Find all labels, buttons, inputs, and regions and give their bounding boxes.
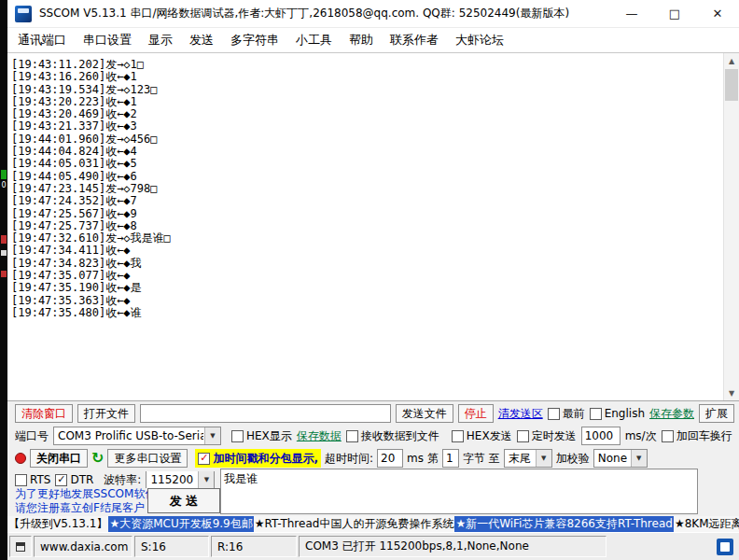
save-params-button[interactable]: 保存参数: [649, 406, 694, 422]
scroll-down-icon[interactable]: ▼: [724, 385, 739, 400]
ad-bar: 【升级到V5.13.1】★大资源MCU开发板9.9包邮 ★RT-Thread中国…: [7, 516, 739, 532]
menu-item[interactable]: 小工具: [287, 32, 341, 49]
crlf-checkbox[interactable]: 加回车换行: [662, 428, 732, 444]
log-line: [19:43:20.223]收←◆1: [11, 96, 720, 108]
rts-checkbox[interactable]: RTS: [15, 473, 50, 486]
minimize-button[interactable]: —: [610, 0, 653, 27]
hex-display-checkbox[interactable]: HEX显示: [231, 428, 292, 444]
log-line: [19:44:05.490]收←◆6: [11, 171, 720, 183]
clear-send-button[interactable]: 清发送区: [498, 406, 543, 422]
scrollbar-thumb[interactable]: [725, 69, 738, 101]
refresh-ports-icon[interactable]: ↻: [91, 451, 104, 466]
promo-line-2[interactable]: 请您注册嘉立创F结尾客户: [15, 500, 145, 516]
topmost-label: 最前: [563, 406, 585, 422]
maximize-button[interactable]: □: [653, 0, 696, 27]
hex-display-label: HEX显示: [246, 428, 292, 444]
checkbox-box-icon: [517, 430, 529, 442]
menu-item[interactable]: 帮助: [341, 32, 382, 49]
statusbar: www.daxia.com S:16 R:16 COM3 已打开 115200b…: [7, 532, 739, 560]
receive-area[interactable]: [19:43:11.202]发→◇1□[19:43:16.260]收←◆1[19…: [7, 53, 739, 401]
open-file-button[interactable]: 打开文件: [77, 404, 135, 423]
menu-item[interactable]: 多字符串: [222, 32, 287, 49]
log-line: [19:47:25.737]收←◆8: [11, 220, 720, 232]
ad-segment[interactable]: 【升级到V5.13.1】: [7, 516, 108, 532]
status-site[interactable]: www.daxia.com: [34, 536, 132, 557]
send-text-area[interactable]: 我是谁: [220, 469, 698, 514]
log-line: [19:43:19.534]发→◇123□: [11, 84, 720, 96]
timed-send-label: 定时发送: [532, 428, 577, 444]
window-controls: — □ ✕: [610, 0, 739, 27]
port-select[interactable]: COM3 Prolific USB-to-Seria: [53, 427, 221, 445]
log-line: [19:47:25.567]收←◆9: [11, 208, 720, 220]
port-open-led-icon: [15, 453, 26, 464]
checkbox-box-icon: [590, 408, 602, 420]
checkbox-box-icon: [231, 430, 244, 442]
checkbox-check-icon: [55, 474, 67, 486]
checkbox-box-icon: [452, 430, 464, 442]
english-checkbox[interactable]: English: [590, 407, 645, 420]
send-file-button[interactable]: 发送文件: [396, 404, 453, 423]
status-icon-cell: [9, 536, 32, 557]
scroll-up-icon[interactable]: ▲: [724, 53, 739, 68]
timeout-input[interactable]: [377, 449, 403, 468]
close-port-button[interactable]: 关闭串口: [30, 449, 88, 468]
edge-zero-label: 0: [0, 181, 7, 189]
topmost-checkbox[interactable]: 最前: [548, 406, 585, 422]
timed-send-checkbox[interactable]: 定时发送: [517, 428, 577, 444]
log-line: [19:44:04.824]收←◆4: [11, 146, 720, 158]
timeout-label: 超时时间:: [325, 451, 373, 467]
menu-item[interactable]: 大虾论坛: [447, 32, 512, 49]
toolbar-row: 清除窗口 打开文件 发送文件 停止 清发送区 最前 English 保存参数 扩…: [15, 404, 734, 423]
hex-send-checkbox[interactable]: HEX发送: [452, 428, 512, 444]
timestamp-option-label: 加时间戳和分包显示,: [213, 451, 318, 467]
status-sent-count: S:16: [134, 536, 209, 557]
timestamp-option-checkbox[interactable]: 加时间戳和分包显示,: [195, 449, 321, 468]
english-label: English: [605, 407, 645, 420]
ad-segment[interactable]: ★新一代WiFi芯片兼容8266支持RT-Thread: [454, 516, 673, 532]
close-button[interactable]: ✕: [696, 0, 739, 27]
ad-segment[interactable]: ★大资源MCU开发板9.9包邮: [108, 516, 253, 532]
log-line: [19:47:35.480]收←◆谁: [11, 307, 720, 319]
interval-unit-label: ms/次: [625, 428, 657, 444]
checksum-select[interactable]: None: [593, 449, 648, 468]
byte-from-input[interactable]: [442, 449, 459, 468]
ad-segment[interactable]: ★RT-Thread中国人的开源免费操作系统: [254, 516, 455, 532]
log-line: [19:47:34.411]收←◆: [11, 245, 720, 257]
receive-scrollbar[interactable]: ▲ ▼: [723, 53, 739, 400]
file-path-input[interactable]: [140, 404, 391, 423]
log-line: [19:43:16.260]收←◆1: [11, 71, 720, 83]
checkbox-box-icon: [548, 408, 560, 420]
menu-item[interactable]: 发送: [181, 32, 222, 49]
receive-to-file-checkbox[interactable]: 接收数据到文件: [346, 428, 439, 444]
stop-button[interactable]: 停止: [458, 404, 494, 423]
crlf-label: 加回车换行: [676, 428, 732, 444]
menubar: 通讯端口串口设置显示发送多字符串小工具帮助联系作者大虾论坛: [7, 28, 739, 53]
byte-mid-label: 字节 至: [463, 451, 500, 467]
menu-item[interactable]: 显示: [140, 32, 181, 49]
baud-select[interactable]: 115200: [146, 471, 215, 488]
window-title: SSCOM V5.13.1 串口/网络数据调试器,作者:大虾丁丁,2618058…: [39, 6, 569, 21]
byte-to-select[interactable]: 末尾: [504, 449, 552, 468]
log-line: [19:44:01.960]发→◇456□: [11, 133, 720, 146]
log-line: [19:43:20.469]收←◆2: [11, 108, 720, 120]
extend-button[interactable]: 扩展: [699, 404, 734, 423]
status-filler: [608, 536, 715, 557]
menu-item[interactable]: 通讯端口: [9, 32, 75, 49]
log-line: [19:47:34.823]收←◆我: [11, 258, 720, 270]
rts-label: RTS: [30, 473, 50, 486]
save-data-button[interactable]: 保存数据: [297, 428, 342, 444]
checkbox-box-icon: [662, 430, 674, 442]
desktop-edge-strip: 0: [0, 0, 7, 560]
port-label: 端口号: [15, 428, 49, 444]
more-settings-button[interactable]: 更多串口设置: [107, 449, 188, 468]
menu-item[interactable]: 联系作者: [382, 32, 447, 49]
jlc-tray-icon[interactable]: [717, 539, 733, 555]
ad-segment[interactable]: ★8KM远距离WiFi: [674, 516, 739, 532]
checksum-label: 加校验: [556, 451, 590, 467]
interval-input[interactable]: [581, 427, 620, 445]
menu-item[interactable]: 串口设置: [75, 32, 140, 49]
send-button[interactable]: 发 送: [147, 488, 220, 513]
dtr-checkbox[interactable]: DTR: [55, 473, 93, 486]
log-line: [19:47:24.352]收←◆7: [11, 195, 720, 207]
clear-window-button[interactable]: 清除窗口: [15, 404, 73, 423]
